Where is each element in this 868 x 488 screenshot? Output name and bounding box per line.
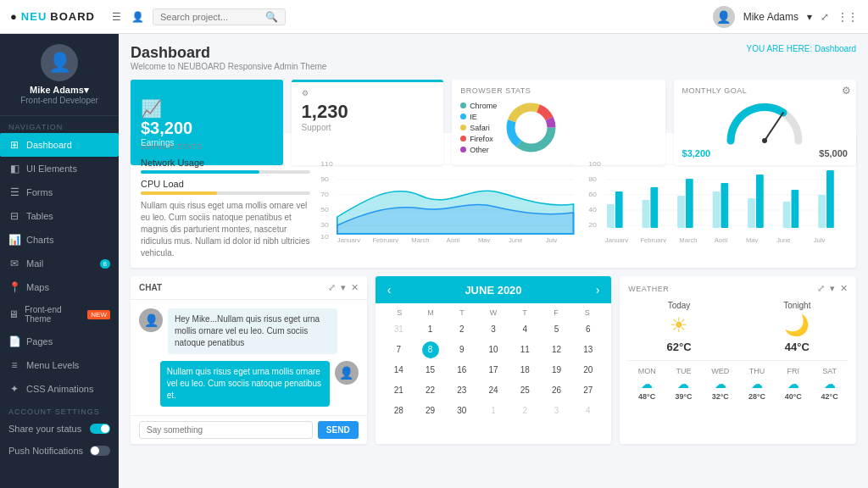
user-dropdown-arrow[interactable]: ▾ <box>807 11 812 23</box>
dashboard-icon: ⊞ <box>8 139 20 151</box>
chat-message-outgoing: 👤 Nullam quis risus eget urna mollis orn… <box>139 361 359 407</box>
chat-minimize-icon[interactable]: ▾ <box>341 282 346 293</box>
sidebar-push-notifications[interactable]: Push Notifications <box>0 440 119 462</box>
account-section-label: ACCOUNT SETTINGS <box>0 401 119 418</box>
cal-day[interactable]: 23 <box>447 381 476 400</box>
hamburger-icon[interactable]: ☰ <box>112 11 121 23</box>
weather-card: WEATHER ⤢ ▾ ✕ Today ☀ 62°C Tonight <box>620 276 856 444</box>
sidebar-item-pages[interactable]: 📄 Pages <box>0 330 119 353</box>
sidebar-item-label: Charts <box>26 235 53 245</box>
share-status-toggle[interactable] <box>90 424 110 434</box>
cal-day[interactable]: 15 <box>415 361 445 380</box>
chat-expand-icon[interactable]: ⤢ <box>328 282 336 293</box>
cal-day[interactable]: 4 <box>510 320 540 339</box>
search-input[interactable] <box>160 12 262 22</box>
cal-day-today[interactable]: 8 <box>422 341 439 358</box>
chat-send-button[interactable]: SEND <box>318 421 359 439</box>
cal-day[interactable]: 30 <box>447 402 476 420</box>
sidebar-item-dashboard[interactable]: ⊞ Dashboard <box>0 133 119 157</box>
monthly-goal-settings[interactable]: ⚙ <box>842 85 851 97</box>
sidebar: 👤 Mike Adams▾ Front-end Developer NAVIGA… <box>0 34 119 488</box>
sidebar-share-status[interactable]: Share your status <box>0 418 119 440</box>
cal-day[interactable]: 24 <box>478 381 508 400</box>
cal-day[interactable]: 7 <box>384 341 414 359</box>
sidebar-item-label: CSS Animations <box>26 384 93 394</box>
sidebar-item-forms[interactable]: ☰ Forms <box>0 180 119 204</box>
cal-day[interactable]: 29 <box>415 402 445 420</box>
pages-icon: 📄 <box>8 336 20 347</box>
svg-text:June: June <box>776 236 791 242</box>
chat-close-icon[interactable]: ✕ <box>351 282 359 293</box>
weather-fri: FRI ☁ 40°C <box>785 367 802 401</box>
server-stats-grid: Network Usage CPU Load Nullam quis risus… <box>141 158 846 259</box>
goal-target: $5,000 <box>819 148 848 158</box>
mail-badge: 8 <box>100 259 110 269</box>
svg-text:April: April <box>447 236 460 242</box>
monthly-goal-card: MONTHLY GOAL ⚙ $3,200 $5,000 <box>674 80 856 165</box>
cal-day[interactable]: 27 <box>573 381 603 400</box>
weather-today: Today ☀ 62°C <box>628 301 729 353</box>
sidebar-item-css-animations[interactable]: ✦ CSS Animations <box>0 377 119 401</box>
weather-close-icon[interactable]: ✕ <box>840 283 848 294</box>
sidebar-item-charts[interactable]: 📊 Charts <box>0 228 119 252</box>
fullscreen-icon[interactable]: ⤢ <box>821 11 829 23</box>
calendar-next-button[interactable]: › <box>596 283 600 297</box>
cal-day[interactable]: 21 <box>384 381 414 400</box>
sidebar-item-maps[interactable]: 📍 Maps <box>0 275 119 299</box>
weather-sat: SAT ☁ 42°C <box>821 367 838 401</box>
calendar-days[interactable]: 31 1 2 3 4 5 6 7 8 9 10 11 12 13 <box>384 320 604 420</box>
cal-day[interactable]: 9 <box>447 341 476 359</box>
user-icon[interactable]: 👤 <box>131 11 144 23</box>
sidebar-item-ui-elements[interactable]: ◧ UI Elements <box>0 157 119 180</box>
svg-line-6 <box>765 113 783 141</box>
svg-text:90: 90 <box>320 175 329 183</box>
weather-minimize-icon[interactable]: ▾ <box>830 283 835 294</box>
cal-day[interactable]: 17 <box>478 361 508 380</box>
cal-day[interactable]: 10 <box>478 341 508 359</box>
svg-text:50: 50 <box>320 205 329 214</box>
cal-day[interactable]: 6 <box>573 320 603 339</box>
goal-values: $3,200 $5,000 <box>682 148 848 158</box>
chat-input-row: SEND <box>131 415 367 444</box>
sidebar-item-tables[interactable]: ⊟ Tables <box>0 204 119 228</box>
search-box[interactable]: 🔍 <box>153 8 286 25</box>
browser-stats-title: BROWSER STATS <box>460 86 656 95</box>
sidebar-avatar: 👤 <box>41 44 78 81</box>
cal-day[interactable]: 31 <box>384 320 414 339</box>
cal-day[interactable]: 5 <box>542 320 571 339</box>
cal-day[interactable]: 28 <box>384 402 414 420</box>
browser-donut-chart <box>504 100 559 155</box>
weather-expand-icon[interactable]: ⤢ <box>817 283 825 294</box>
topbar-nav-icons[interactable]: ☰ 👤 <box>112 11 144 23</box>
push-notifications-toggle[interactable] <box>90 446 110 456</box>
cal-day[interactable]: 1 <box>478 402 508 420</box>
cal-day[interactable]: 14 <box>384 361 414 380</box>
sidebar-item-menu-levels[interactable]: ≡ Menu Levels <box>0 353 119 377</box>
cal-day[interactable]: 12 <box>542 341 571 359</box>
support-value: 1,230 <box>302 101 434 123</box>
calendar-header: ‹ JUNE 2020 › <box>376 276 612 303</box>
cal-day[interactable]: 13 <box>573 341 603 359</box>
sidebar-item-frontend-theme[interactable]: 🖥 Front-end Theme NEW <box>0 299 119 330</box>
options-icon[interactable]: ⋮⋮ <box>837 11 858 23</box>
cal-day[interactable]: 2 <box>510 402 540 420</box>
cal-day[interactable]: 3 <box>542 402 571 420</box>
cal-day[interactable]: 1 <box>415 320 445 339</box>
cal-day[interactable]: 20 <box>573 361 603 380</box>
cal-day[interactable]: 22 <box>415 381 445 400</box>
cal-day[interactable]: 3 <box>478 320 508 339</box>
sidebar-item-mail[interactable]: ✉ Mail 8 <box>0 252 119 275</box>
cal-day[interactable]: 4 <box>573 402 603 420</box>
cal-day[interactable]: 25 <box>510 381 540 400</box>
cal-day[interactable]: 18 <box>510 361 540 380</box>
chat-actions: ⤢ ▾ ✕ <box>328 282 359 293</box>
calendar-prev-button[interactable]: ‹ <box>387 283 392 297</box>
cal-day[interactable]: 16 <box>447 361 476 380</box>
cal-day[interactable]: 11 <box>510 341 540 359</box>
cal-day[interactable]: 26 <box>542 381 571 400</box>
cal-day[interactable]: 19 <box>542 361 571 380</box>
chat-input[interactable] <box>139 421 313 439</box>
svg-text:10: 10 <box>320 232 329 241</box>
cal-day[interactable]: 2 <box>447 320 476 339</box>
sidebar-item-label: Tables <box>26 211 53 221</box>
